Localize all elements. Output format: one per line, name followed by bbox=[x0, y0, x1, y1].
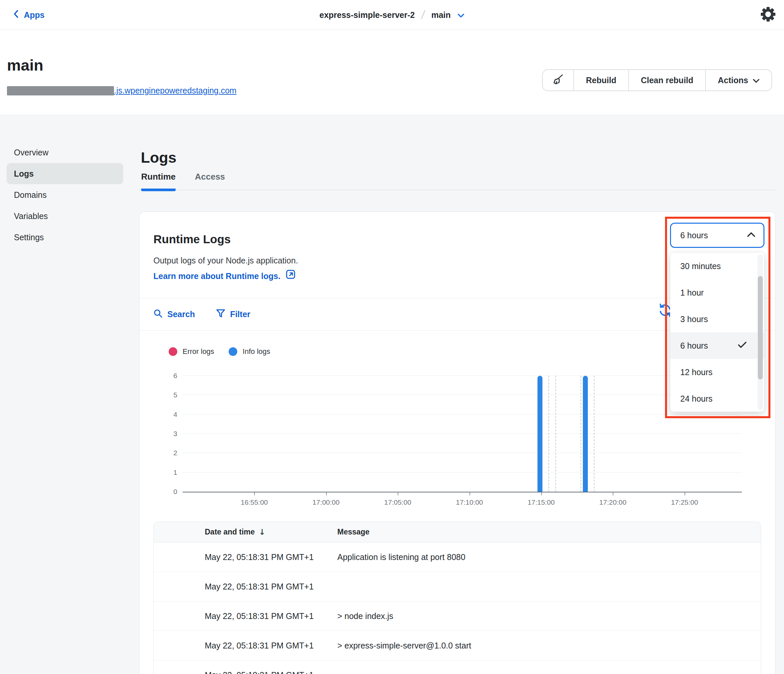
time-range-option-3-hours[interactable]: 3 hours bbox=[670, 306, 764, 332]
y-axis-label-4: 4 bbox=[153, 411, 177, 419]
info-logs-dot bbox=[229, 347, 237, 356]
legend-label: Info logs bbox=[243, 347, 270, 356]
search-button[interactable]: Search bbox=[153, 309, 195, 320]
event-marker-line bbox=[580, 376, 581, 492]
gridline-y-3 bbox=[183, 433, 742, 434]
clean-rebuild-button[interactable]: Clean rebuild bbox=[628, 70, 705, 90]
time-range-option-24-hours[interactable]: 24 hours bbox=[670, 385, 764, 412]
option-label: 30 minutes bbox=[680, 262, 721, 271]
menu-scrollbar-thumb[interactable] bbox=[758, 276, 763, 380]
x-axis-tick bbox=[541, 492, 542, 495]
page-title: Logs bbox=[141, 149, 177, 167]
breadcrumb-app-name: express-simple-server-2 bbox=[319, 10, 415, 20]
x-axis-tick bbox=[326, 492, 327, 495]
x-axis-label: 16:55:00 bbox=[241, 498, 268, 506]
gridline-y-6 bbox=[183, 375, 742, 376]
external-link-icon[interactable] bbox=[286, 269, 296, 283]
option-label: 1 hour bbox=[680, 288, 704, 297]
chevron-down-icon bbox=[753, 76, 759, 85]
log-datetime: May 22, 05:18:31 PM GMT+1 bbox=[154, 641, 338, 651]
x-axis-tick bbox=[684, 492, 685, 495]
time-range-option-12-hours[interactable]: 12 hours bbox=[670, 359, 764, 385]
log-message: > node index.js bbox=[338, 612, 761, 621]
log-datetime: May 22, 05:18:31 PM GMT+1 bbox=[154, 582, 338, 592]
chevron-left-icon bbox=[13, 9, 19, 20]
option-label: 3 hours bbox=[680, 314, 708, 324]
environment-url-text: .js.wpenginepoweredstaging.com bbox=[114, 86, 236, 95]
settings-gear-button[interactable] bbox=[760, 7, 776, 23]
actions-label: Actions bbox=[718, 76, 748, 85]
y-axis-label-2: 2 bbox=[153, 449, 177, 457]
environment-header: main .js.wpenginepoweredstaging.com Rebu… bbox=[0, 30, 784, 114]
y-axis-label-3: 3 bbox=[153, 430, 177, 438]
environment-sidebar: Overview Logs Domains Variables Settings bbox=[7, 142, 123, 248]
time-range-option-6-hours[interactable]: 6 hours bbox=[670, 332, 764, 359]
back-to-apps-link[interactable]: Apps bbox=[13, 0, 45, 30]
option-label: 6 hours bbox=[680, 341, 708, 350]
log-row[interactable]: May 22, 05:18:31 PM GMT+1 > node index.j… bbox=[154, 601, 761, 631]
log-row[interactable]: May 22, 05:18:31 PM GMT+1 > express-simp… bbox=[154, 631, 761, 660]
log-message: Application is listening at port 8080 bbox=[338, 553, 761, 562]
chart-bar-info-logs[interactable] bbox=[537, 376, 543, 492]
time-range-option-30-minutes[interactable]: 30 minutes bbox=[670, 253, 764, 279]
sidebar-item-settings[interactable]: Settings bbox=[7, 227, 123, 248]
purge-cache-button[interactable] bbox=[543, 70, 573, 90]
chart-plot-area: 0123456 bbox=[183, 376, 742, 492]
filter-button[interactable]: Filter bbox=[216, 309, 250, 320]
log-datetime: May 22, 05:18:31 PM GMT+1 bbox=[154, 612, 338, 621]
event-marker-line bbox=[594, 376, 594, 492]
x-axis-tick bbox=[398, 492, 398, 495]
chart-bar-info-logs[interactable] bbox=[583, 376, 588, 492]
y-axis-label-0: 0 bbox=[153, 488, 177, 496]
tab-access[interactable]: Access bbox=[195, 172, 225, 191]
environment-actions-group: Rebuild Clean rebuild Actions bbox=[542, 69, 772, 91]
option-label: 24 hours bbox=[680, 394, 712, 403]
actions-dropdown-button[interactable]: Actions bbox=[705, 70, 772, 90]
log-row[interactable]: May 22, 05:18:31 PM GMT+1 Application is… bbox=[154, 542, 761, 572]
sidebar-item-variables[interactable]: Variables bbox=[7, 205, 123, 227]
time-range-option-1-hour[interactable]: 1 hour bbox=[670, 279, 764, 306]
time-range-menu: 30 minutes 1 hour 3 hours 6 hours 12 hou… bbox=[670, 252, 764, 412]
x-axis-label: 17:15:00 bbox=[527, 498, 555, 506]
sidebar-item-logs[interactable]: Logs bbox=[7, 163, 123, 184]
app-page: Apps express-simple-server-2 / main bbox=[0, 0, 784, 674]
sidebar-item-overview[interactable]: Overview bbox=[7, 142, 123, 163]
filter-label: Filter bbox=[230, 310, 250, 319]
log-datetime: May 22, 05:18:31 PM GMT+1 bbox=[154, 553, 338, 562]
breadcrumb-separator: / bbox=[420, 8, 426, 22]
sidebar-item-domains[interactable]: Domains bbox=[7, 184, 123, 205]
top-navbar: Apps express-simple-server-2 / main bbox=[0, 0, 784, 30]
log-row[interactable]: May 22, 05:18:31 PM GMT+1 bbox=[154, 660, 761, 674]
date-column-label: Date and time bbox=[205, 528, 255, 537]
sort-desc-icon: ↓ bbox=[259, 528, 265, 537]
filter-icon bbox=[216, 309, 226, 320]
y-axis-label-5: 5 bbox=[153, 391, 177, 399]
x-axis-tick bbox=[254, 492, 255, 495]
rebuild-button[interactable]: Rebuild bbox=[573, 70, 628, 90]
learn-more-link[interactable]: Learn more about Runtime logs. bbox=[153, 271, 280, 281]
x-axis-label: 17:10:00 bbox=[456, 498, 483, 506]
time-range-select[interactable]: 6 hours bbox=[670, 223, 764, 248]
broom-icon bbox=[552, 73, 564, 87]
legend-label: Error logs bbox=[183, 347, 214, 356]
log-row[interactable]: May 22, 05:18:31 PM GMT+1 bbox=[154, 572, 761, 601]
column-header-message: Message bbox=[338, 528, 761, 537]
column-header-date[interactable]: Date and time ↓ bbox=[154, 528, 338, 537]
x-axis-tick bbox=[613, 492, 613, 495]
tab-runtime[interactable]: Runtime bbox=[141, 172, 176, 191]
search-icon bbox=[153, 309, 163, 320]
back-label: Apps bbox=[24, 10, 45, 20]
chevron-up-icon bbox=[747, 232, 756, 238]
y-axis-label-6: 6 bbox=[153, 372, 177, 380]
gear-icon bbox=[761, 7, 776, 23]
error-logs-dot bbox=[169, 347, 177, 356]
event-marker-line bbox=[555, 376, 556, 492]
logs-table-header: Date and time ↓ Message bbox=[154, 522, 761, 542]
y-axis-label-1: 1 bbox=[153, 469, 177, 476]
chevron-down-icon[interactable] bbox=[457, 10, 465, 20]
environment-url-link[interactable]: .js.wpenginepoweredstaging.com bbox=[7, 86, 236, 95]
gridline-y-5 bbox=[183, 395, 742, 395]
breadcrumb-env-name[interactable]: main bbox=[431, 10, 451, 20]
environment-title: main bbox=[7, 56, 44, 74]
legend-item-error-logs: Error logs bbox=[169, 347, 214, 356]
